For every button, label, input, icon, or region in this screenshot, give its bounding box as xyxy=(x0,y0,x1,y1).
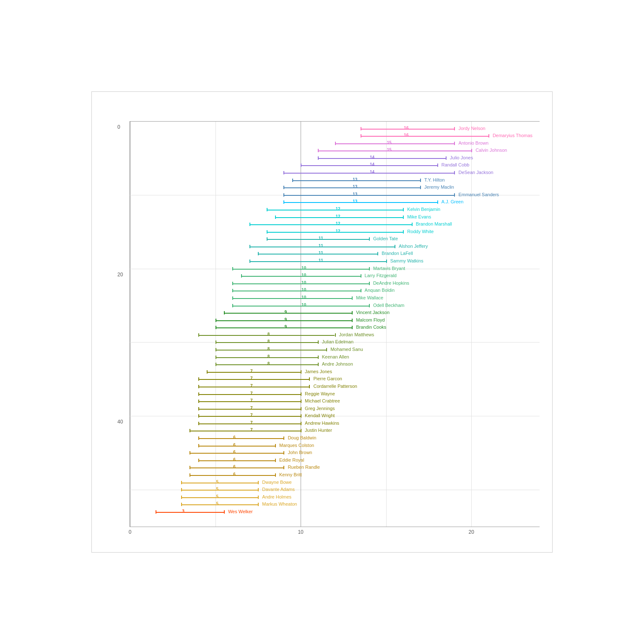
ci-line xyxy=(258,254,377,254)
ci-tick-left xyxy=(198,414,199,418)
median-label: 7 xyxy=(250,421,253,425)
median-label: 6 xyxy=(233,443,236,447)
player-name-label: A.J. Green xyxy=(441,199,464,204)
ci-tick-right xyxy=(258,503,259,506)
ci-tick-right xyxy=(301,429,301,432)
player-name-label: Dwayne Bowe xyxy=(262,480,291,485)
ci-tick-right xyxy=(283,451,284,454)
ci-line xyxy=(216,364,318,365)
median-label: 9 xyxy=(284,317,287,322)
median-label: 11 xyxy=(319,251,323,255)
ci-tick-left xyxy=(181,503,182,506)
ci-tick-left xyxy=(198,444,199,447)
median-label: 11 xyxy=(319,258,323,263)
ci-tick-left xyxy=(190,451,190,454)
player-name-label: Sammy Watkins xyxy=(390,258,423,263)
player-name-label: John Brown xyxy=(288,450,312,455)
ci-line xyxy=(190,453,283,454)
player-name-label: Antonio Brown xyxy=(458,140,488,145)
ci-tick-left xyxy=(283,200,284,204)
ci-tick-left xyxy=(198,333,199,337)
ci-tick-left xyxy=(267,230,267,234)
ci-line xyxy=(198,423,301,424)
median-label: 13 xyxy=(353,184,357,189)
ci-tick-right xyxy=(403,216,404,219)
ci-tick-right xyxy=(420,179,421,182)
ci-tick-right xyxy=(224,510,225,514)
ci-tick-right xyxy=(283,436,284,440)
player-name-label: Emmanuel Sanders xyxy=(458,192,499,197)
median-label: 13 xyxy=(353,177,357,182)
ci-tick-right xyxy=(275,459,276,462)
median-label: 12 xyxy=(336,207,340,211)
median-label: 8 xyxy=(267,354,270,359)
median-label: 12 xyxy=(336,214,340,219)
player-name-label: Eddie Royal xyxy=(279,457,304,462)
ci-tick-left xyxy=(283,186,284,189)
ci-line xyxy=(283,195,454,196)
player-name-label: Vincent Jackson xyxy=(356,310,390,315)
ci-tick-left xyxy=(283,193,284,197)
ci-line xyxy=(267,232,403,233)
ci-line xyxy=(198,438,284,439)
ci-tick-right xyxy=(361,274,361,278)
ci-tick-right xyxy=(258,488,259,491)
ci-line xyxy=(181,504,258,505)
ci-tick-right xyxy=(454,127,455,130)
median-label: 10 xyxy=(301,303,306,307)
ci-tick-right xyxy=(420,186,421,189)
ci-tick-right xyxy=(369,304,370,307)
player-name-label: Doug Baldwin xyxy=(288,435,316,440)
ci-tick-left xyxy=(224,311,225,314)
ci-tick-left xyxy=(216,356,216,359)
ci-tick-left xyxy=(198,407,199,410)
ci-tick-right xyxy=(301,422,301,425)
ci-tick-right xyxy=(301,407,301,410)
median-label: 5 xyxy=(216,501,219,506)
player-name-label: Keenan Allen xyxy=(322,354,349,359)
median-label: 13 xyxy=(353,192,357,197)
player-name-label: Brandon LaFell xyxy=(382,251,413,256)
ci-tick-right xyxy=(471,149,472,152)
ci-tick-right xyxy=(352,326,353,329)
ci-tick-right xyxy=(437,200,438,204)
player-name-label: Reggie Wayne xyxy=(305,391,335,396)
player-name-label: Davante Adams xyxy=(262,487,295,492)
median-label: 7 xyxy=(250,413,253,418)
player-name-label: Jordan Matthews xyxy=(339,332,374,337)
ci-line xyxy=(207,372,301,373)
median-label: 7 xyxy=(250,398,253,403)
ci-line xyxy=(283,173,454,174)
player-name-label: Larry Fitzgerald xyxy=(365,273,397,278)
median-label: 5 xyxy=(216,487,219,491)
ci-tick-right xyxy=(403,208,404,211)
ci-tick-right xyxy=(454,142,455,145)
ci-tick-left xyxy=(216,340,216,344)
ci-tick-left xyxy=(318,149,319,152)
ci-line xyxy=(198,394,301,395)
ci-tick-right xyxy=(369,237,370,241)
player-name-label: Cordarrelle Patterson xyxy=(313,384,357,389)
chart-container: 010200204016Jordy Nelson16Demaryius Thom… xyxy=(91,91,553,553)
player-name-label: Julio Jones xyxy=(450,155,473,160)
player-name-label: Wes Welker xyxy=(228,509,253,514)
median-label: 9 xyxy=(284,310,287,314)
ci-tick-left xyxy=(198,385,199,388)
ci-tick-right xyxy=(454,193,455,197)
median-label: 15 xyxy=(387,148,392,152)
player-name-label: Pierre Garcon xyxy=(313,376,342,381)
ci-tick-left xyxy=(198,392,199,396)
ci-line xyxy=(301,165,437,166)
ci-line xyxy=(216,320,352,321)
median-label: 10 xyxy=(301,288,306,292)
ci-line xyxy=(216,342,318,343)
median-label: 9 xyxy=(284,325,287,329)
ci-tick-left xyxy=(335,142,336,145)
ci-line xyxy=(181,497,258,498)
ci-tick-left xyxy=(249,223,250,226)
ci-line xyxy=(241,276,361,277)
ci-tick-right xyxy=(369,267,370,270)
ci-tick-right xyxy=(301,370,301,374)
ci-line xyxy=(232,283,369,284)
median-label: 7 xyxy=(250,391,253,396)
